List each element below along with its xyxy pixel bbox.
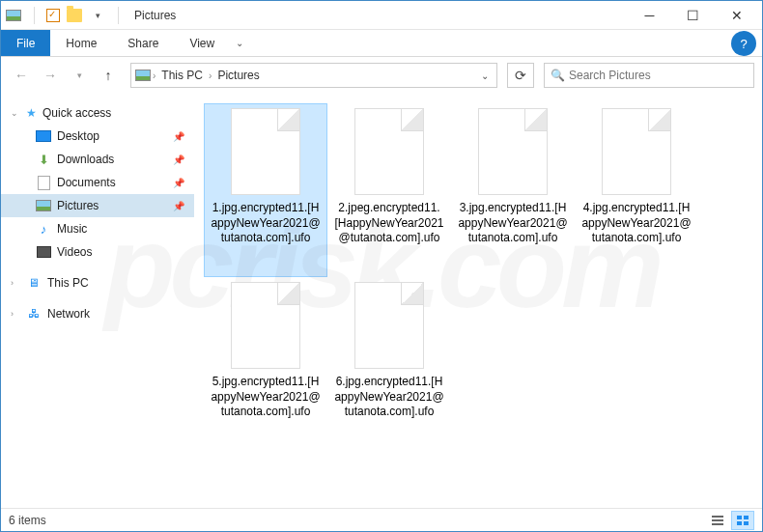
qat-dropdown-icon[interactable]: ▾ xyxy=(89,7,106,24)
sidebar-item-label: Downloads xyxy=(57,153,114,166)
status-bar: 6 items xyxy=(1,508,762,531)
svg-rect-0 xyxy=(712,516,723,518)
videos-icon xyxy=(36,244,51,260)
sidebar-item-label: Desktop xyxy=(57,129,99,143)
file-thumbnail-icon xyxy=(354,108,424,195)
minimize-button[interactable]: ─ xyxy=(628,2,671,29)
up-button[interactable]: ↑ xyxy=(96,63,121,88)
pictures-icon xyxy=(36,198,51,213)
file-item[interactable]: 5.jpg.encrypted11.[HappyNewYear2021@tuta… xyxy=(204,277,327,451)
address-bar[interactable]: › This PC › Pictures ⌄ xyxy=(130,63,497,88)
sidebar-item-label: Pictures xyxy=(57,199,99,212)
file-item[interactable]: 3.jpg.encrypted11.[HappyNewYear2021@tuta… xyxy=(451,103,575,277)
tab-home[interactable]: Home xyxy=(50,30,112,56)
file-thumbnail-icon xyxy=(354,282,424,369)
address-dropdown-icon[interactable]: ⌄ xyxy=(477,70,493,81)
separator xyxy=(118,7,119,24)
qat-properties-icon[interactable]: ✓ xyxy=(46,9,60,22)
file-item[interactable]: 6.jpg.encrypted11.[HappyNewYear2021@tuta… xyxy=(327,277,451,451)
sidebar-this-pc[interactable]: › 🖥 This PC xyxy=(1,271,194,294)
search-box[interactable]: 🔍 xyxy=(544,63,754,88)
breadcrumb-this-pc[interactable]: This PC xyxy=(157,69,207,82)
svg-rect-5 xyxy=(737,521,742,525)
sidebar-network[interactable]: › 🖧 Network xyxy=(1,302,194,325)
svg-rect-3 xyxy=(737,516,742,519)
sidebar-quick-access[interactable]: ⌄ ★ Quick access xyxy=(1,101,194,125)
pin-icon: 📌 xyxy=(173,154,184,165)
close-button[interactable]: ✕ xyxy=(715,2,758,29)
sidebar-item-label: Videos xyxy=(57,245,92,259)
window-title: Pictures xyxy=(134,9,176,22)
star-icon: ★ xyxy=(26,106,37,120)
sidebar-label: This PC xyxy=(47,276,89,290)
expander-icon[interactable]: ⌄ xyxy=(11,108,20,118)
details-view-button[interactable] xyxy=(706,511,729,530)
svg-rect-1 xyxy=(712,519,723,521)
expander-icon[interactable]: › xyxy=(11,309,20,319)
sidebar-item-label: Documents xyxy=(57,176,116,189)
network-icon: 🖧 xyxy=(26,306,42,322)
file-name-label: 3.jpg.encrypted11.[HappyNewYear2021@tuta… xyxy=(456,201,570,246)
sidebar-item-downloads[interactable]: ⬇ Downloads 📌 xyxy=(1,148,194,171)
title-bar: ✓ ▾ Pictures ─ ☐ ✕ xyxy=(1,1,762,30)
svg-rect-4 xyxy=(744,516,749,519)
svg-rect-2 xyxy=(712,523,723,525)
back-button[interactable]: ← xyxy=(9,63,34,88)
maximize-button[interactable]: ☐ xyxy=(671,2,715,29)
desktop-icon xyxy=(36,128,51,144)
breadcrumb-pictures[interactable]: Pictures xyxy=(213,69,263,82)
svg-rect-6 xyxy=(744,521,749,525)
chevron-right-icon[interactable]: › xyxy=(151,70,157,81)
sidebar-label: Quick access xyxy=(42,106,111,120)
file-thumbnail-icon xyxy=(231,108,300,195)
sidebar-label: Network xyxy=(47,307,90,321)
file-item[interactable]: 2.jpeg.encrypted11.[HappyNewYear2021@tut… xyxy=(327,103,451,277)
file-name-label: 4.jpg.encrypted11.[HappyNewYear2021@tuta… xyxy=(579,201,693,246)
file-tab[interactable]: File xyxy=(1,30,50,56)
sidebar-item-desktop[interactable]: Desktop 📌 xyxy=(1,125,194,148)
sidebar-item-documents[interactable]: Documents 📌 xyxy=(1,171,194,194)
refresh-button[interactable]: ⟳ xyxy=(507,63,534,88)
documents-icon xyxy=(36,175,51,190)
file-view[interactable]: 1.jpg.encrypted11.[HappyNewYear2021@tuta… xyxy=(194,94,762,509)
search-icon: 🔍 xyxy=(551,69,565,82)
file-thumbnail-icon xyxy=(602,108,671,195)
pin-icon: 📌 xyxy=(173,201,184,211)
ribbon-expand-icon[interactable]: ⌄ xyxy=(230,30,249,56)
ribbon-tabs: File Home Share View ⌄ ? xyxy=(1,30,762,57)
navigation-sidebar: ⌄ ★ Quick access Desktop 📌 ⬇ Downloads 📌… xyxy=(1,94,194,509)
expander-icon[interactable]: › xyxy=(11,278,20,288)
file-item[interactable]: 1.jpg.encrypted11.[HappyNewYear2021@tuta… xyxy=(204,103,327,277)
pc-icon: 🖥 xyxy=(26,275,42,291)
file-thumbnail-icon xyxy=(478,108,548,195)
file-name-label: 5.jpg.encrypted11.[HappyNewYear2021@tuta… xyxy=(209,375,323,420)
sidebar-item-music[interactable]: ♪ Music xyxy=(1,217,194,240)
pin-icon: 📌 xyxy=(173,178,184,188)
recent-dropdown-icon[interactable]: ▾ xyxy=(67,63,92,88)
help-button[interactable]: ? xyxy=(731,31,756,56)
file-thumbnail-icon xyxy=(231,282,300,369)
file-name-label: 6.jpg.encrypted11.[HappyNewYear2021@tuta… xyxy=(332,375,446,420)
separator xyxy=(34,7,35,24)
tab-view[interactable]: View xyxy=(174,30,230,56)
file-item[interactable]: 4.jpg.encrypted11.[HappyNewYear2021@tuta… xyxy=(575,103,698,277)
file-name-label: 2.jpeg.encrypted11.[HappyNewYear2021@tut… xyxy=(332,201,446,246)
music-icon: ♪ xyxy=(36,221,51,237)
forward-button[interactable]: → xyxy=(38,63,63,88)
search-input[interactable] xyxy=(569,69,748,82)
chevron-right-icon[interactable]: › xyxy=(207,70,213,81)
file-name-label: 1.jpg.encrypted11.[HappyNewYear2021@tuta… xyxy=(209,201,323,246)
sidebar-item-pictures[interactable]: Pictures 📌 xyxy=(1,194,194,217)
thumbnails-view-button[interactable] xyxy=(731,511,754,530)
content-area: ⌄ ★ Quick access Desktop 📌 ⬇ Downloads 📌… xyxy=(1,94,762,509)
qat-new-folder-icon[interactable] xyxy=(66,7,83,24)
status-text: 6 items xyxy=(9,514,46,527)
sidebar-item-label: Music xyxy=(57,222,87,236)
address-icon xyxy=(135,68,151,83)
navigation-bar: ← → ▾ ↑ › This PC › Pictures ⌄ ⟳ 🔍 xyxy=(1,57,762,94)
pin-icon: 📌 xyxy=(173,131,184,142)
app-icon xyxy=(5,7,22,24)
downloads-icon: ⬇ xyxy=(36,152,51,167)
tab-share[interactable]: Share xyxy=(112,30,174,56)
sidebar-item-videos[interactable]: Videos xyxy=(1,240,194,264)
